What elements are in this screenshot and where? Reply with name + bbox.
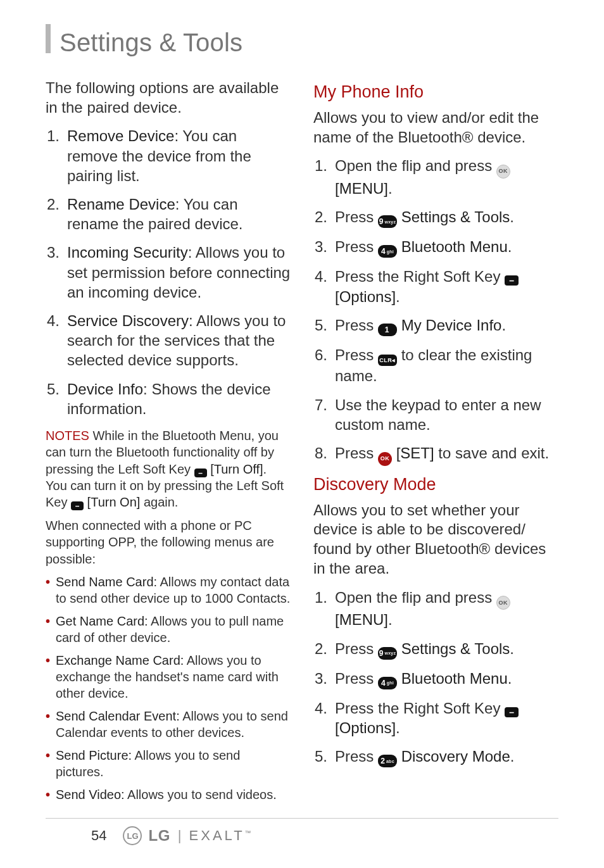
intro-text: The following options are available in t…	[46, 79, 291, 117]
item-number: 7.	[315, 395, 327, 415]
left-column: The following options are available in t…	[46, 79, 291, 809]
notes-paragraph: When connected with a phone or PC suppor…	[46, 517, 291, 567]
my-phone-info-heading: My Phone Info	[313, 82, 558, 102]
item-number: 4.	[315, 698, 327, 718]
item-number: 2.	[315, 639, 327, 658]
option-name: Incoming Security	[67, 244, 188, 261]
list-item: 2. Press 9wxyz Settings & Tools.	[313, 639, 558, 660]
notes-paragraph: NOTES While in the Bluetooth Menu, you c…	[46, 427, 291, 511]
lg-brand-text: LG	[148, 827, 170, 845]
item-number: 3.	[315, 669, 327, 688]
step-text: Open the flip and press	[335, 589, 496, 606]
step-text: Press	[335, 640, 378, 657]
list-item: Send Picture: Allows you to send picture…	[46, 747, 291, 780]
exalt-brand-text: EXALT™	[189, 827, 251, 844]
turn-off-label: [Turn Off]	[210, 462, 263, 476]
list-item: 4. Press the Right Soft Key – [Options].	[313, 698, 558, 738]
menu-label: [MENU]	[335, 180, 388, 197]
bullet-name: Exchange Name Card:	[56, 653, 184, 667]
item-number: 2.	[47, 194, 60, 214]
step-text: Press the Right Soft Key	[335, 700, 505, 717]
key-2-icon: 2abc	[378, 755, 397, 767]
option-name: Device Info	[67, 381, 143, 398]
lg-logo-icon: LG	[123, 826, 142, 845]
discovery-mode-steps: 1. Open the flip and press OK [MENU]. 2.…	[313, 588, 558, 767]
step-text: Open the flip and press	[335, 157, 496, 174]
step-text: .	[396, 719, 400, 736]
ok-key-icon: OK	[496, 165, 510, 179]
step-text: .	[510, 208, 514, 225]
page-number: 54	[91, 827, 106, 844]
list-item: 4. Press the Right Soft Key – [Options].	[313, 267, 558, 306]
item-number: 2.	[315, 207, 327, 227]
step-text: Press	[335, 444, 378, 462]
notes-text: again.	[140, 495, 178, 509]
bullet-name: Send Name Card:	[56, 575, 157, 589]
key-4-icon: 4ghi	[378, 677, 397, 689]
step-text: .	[388, 611, 393, 628]
bullet-desc: Allows you to send videos.	[125, 788, 277, 802]
left-soft-key-icon: –	[194, 469, 207, 477]
list-item: 6. Press CLR◂ to clear the existing name…	[313, 345, 558, 386]
item-number: 3.	[315, 237, 327, 256]
list-item: 5. Press 1 My Device Info.	[313, 315, 558, 336]
my-phone-info-steps: 1. Open the flip and press OK [MENU]. 2.…	[313, 156, 558, 465]
list-item: 7. Use the keypad to enter a new custom …	[313, 395, 558, 434]
notes-block: NOTES While in the Bluetooth Menu, you c…	[46, 427, 291, 803]
title-row: Settings & Tools	[46, 24, 558, 57]
list-item: 1. Open the flip and press OK [MENU].	[313, 156, 558, 198]
ok-key-icon: OK	[496, 596, 510, 610]
bullet-name: Send Picture:	[56, 748, 132, 762]
my-device-info-label: My Device Info	[401, 317, 502, 334]
bluetooth-menu-label: Bluetooth Menu	[401, 670, 508, 687]
item-number: 3.	[47, 242, 60, 262]
step-text: Press	[335, 238, 378, 255]
key-9-icon: 9wxyz	[378, 647, 397, 660]
item-number: 1.	[47, 126, 60, 146]
discovery-mode-label: Discovery Mode	[401, 748, 510, 765]
bullet-name: Get Name Card:	[56, 614, 148, 628]
bluetooth-menu-label: Bluetooth Menu	[401, 238, 508, 255]
step-text: Use the keypad to enter a new custom nam…	[335, 396, 541, 433]
clr-key-icon: CLR◂	[378, 355, 397, 366]
list-item: 3. Press 4ghi Bluetooth Menu.	[313, 669, 558, 689]
step-text: .	[508, 670, 512, 687]
step-text: .	[396, 288, 400, 305]
list-item: Get Name Card: Allows you to pull name c…	[46, 613, 291, 646]
right-soft-key-icon: –	[505, 707, 519, 717]
key-4-icon: 4ghi	[378, 245, 397, 258]
step-text: Press	[335, 208, 378, 225]
step-text: .	[501, 317, 506, 334]
step-text: Press	[335, 670, 378, 687]
right-column: My Phone Info Allows you to view and/or …	[313, 79, 558, 809]
list-item: 2. Rename Device: You can rename the pai…	[46, 194, 291, 234]
option-name: Service Discovery	[67, 312, 189, 329]
step-text: Press	[335, 748, 378, 765]
option-name: Remove Device	[67, 127, 174, 144]
item-number: 8.	[315, 443, 327, 463]
list-item: 8. Press OK [SET] to save and exit.	[313, 443, 558, 466]
step-text: Press the Right Soft Key	[335, 268, 505, 285]
item-number: 4.	[315, 267, 327, 286]
opp-menu-bullets: Send Name Card: Allows my contact data t…	[46, 574, 291, 803]
step-text: Press	[335, 317, 378, 334]
step-text: to save and exit.	[434, 444, 549, 462]
item-number: 1.	[315, 588, 327, 607]
list-item: 3. Press 4ghi Bluetooth Menu.	[313, 237, 558, 258]
key-1-icon: 1	[378, 324, 397, 336]
list-item: 5. Device Info: Shows the device informa…	[46, 379, 291, 418]
set-label: [SET]	[396, 444, 434, 462]
options-label: [Options]	[335, 719, 396, 736]
discovery-mode-heading: Discovery Mode	[313, 475, 558, 494]
item-number: 4.	[47, 311, 60, 330]
list-item: 2. Press 9wxyz Settings & Tools.	[313, 207, 558, 228]
options-label: [Options]	[335, 288, 396, 305]
turn-on-label: [Turn On]	[87, 495, 141, 509]
list-item: 3. Incoming Security: Allows you to set …	[46, 242, 291, 302]
item-number: 5.	[47, 379, 60, 399]
settings-tools-label: Settings & Tools	[401, 208, 510, 225]
item-number: 5.	[315, 746, 327, 766]
footer-divider	[46, 818, 558, 819]
list-item: 5. Press 2abc Discovery Mode.	[313, 746, 558, 767]
item-number: 5.	[315, 315, 327, 335]
